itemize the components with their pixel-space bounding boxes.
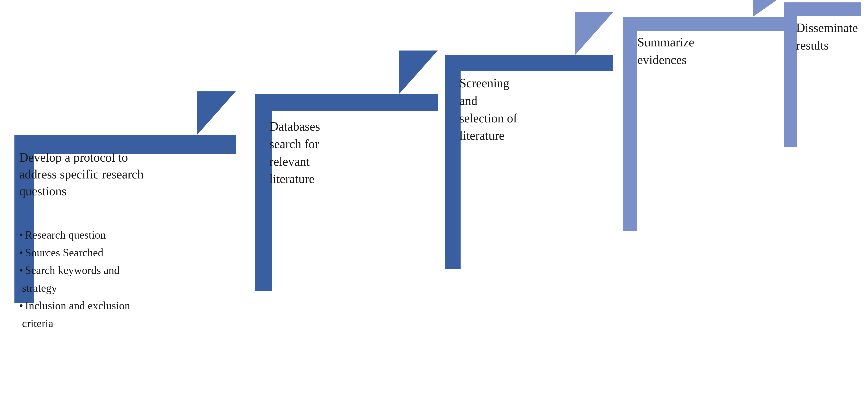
svg-rect-13 — [784, 2, 797, 147]
svg-rect-6 — [445, 55, 613, 71]
step3-label: Screeningandselection ofliterature — [459, 74, 517, 145]
step2-label: Databasessearch forrelevantliterature — [269, 118, 320, 188]
svg-marker-5 — [399, 51, 438, 94]
bullet-search-keywords: Search keywords and strategy — [19, 262, 130, 297]
svg-rect-7 — [445, 55, 461, 269]
svg-rect-10 — [623, 17, 637, 231]
bullet-research-question: Research question — [19, 226, 130, 244]
step1-label: Develop a protocol toaddress specific re… — [19, 149, 144, 200]
step4-label: Summarizeevidences — [637, 34, 694, 69]
svg-rect-3 — [255, 94, 438, 111]
step1-bullets: Research question Sources Searched Searc… — [19, 226, 130, 332]
svg-marker-2 — [197, 91, 236, 135]
svg-marker-8 — [575, 12, 613, 55]
diagram-container: Develop a protocol toaddress specific re… — [0, 0, 868, 393]
bullet-inclusion-exclusion: Inclusion and exclusion criteria — [19, 297, 130, 332]
bullet-sources-searched: Sources Searched — [19, 244, 130, 262]
svg-marker-11 — [753, 0, 777, 17]
svg-rect-9 — [623, 17, 791, 31]
step5-label: Disseminateresults — [796, 19, 858, 54]
